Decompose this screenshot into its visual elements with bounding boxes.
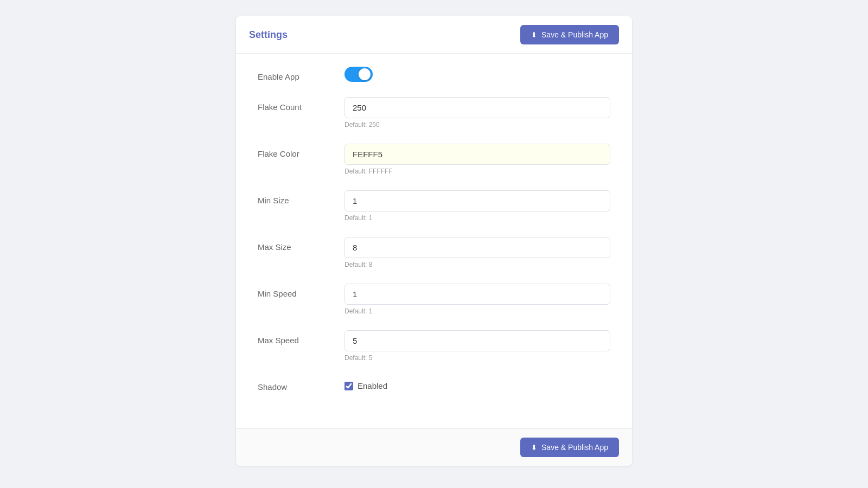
save-publish-button-top[interactable]: Save & Publish App	[520, 25, 619, 44]
flake-color-hint: Default: FFFFFF	[344, 168, 610, 175]
max-size-label: Max Size	[258, 237, 344, 252]
flake-color-row: Flake Color Default: FFFFFF	[258, 144, 610, 175]
save-publish-label-top: Save & Publish App	[541, 30, 608, 39]
shadow-row: Shadow Enabled	[258, 377, 610, 391]
flake-count-label: Flake Count	[258, 97, 344, 112]
shadow-field: Enabled	[344, 377, 610, 390]
min-size-label: Min Size	[258, 190, 344, 205]
flake-count-input[interactable]	[344, 97, 610, 118]
enable-app-toggle[interactable]	[344, 67, 373, 82]
min-size-input[interactable]	[344, 190, 610, 211]
max-speed-field: Default: 5	[344, 330, 610, 362]
min-size-row: Min Size Default: 1	[258, 190, 610, 222]
max-size-hint: Default: 8	[344, 261, 610, 268]
shadow-checkbox[interactable]	[344, 382, 353, 390]
max-size-input[interactable]	[344, 237, 610, 258]
min-speed-input[interactable]	[344, 284, 610, 305]
min-speed-row: Min Speed Default: 1	[258, 284, 610, 315]
min-speed-hint: Default: 1	[344, 307, 610, 315]
min-speed-field: Default: 1	[344, 284, 610, 315]
toggle-slider	[344, 67, 373, 82]
max-size-row: Max Size Default: 8	[258, 237, 610, 268]
min-size-field: Default: 1	[344, 190, 610, 222]
card-footer: Save & Publish App	[236, 428, 632, 466]
flake-count-field: Default: 250	[344, 97, 610, 129]
max-size-field: Default: 8	[344, 237, 610, 268]
card-body: Enable App Flake Count Default: 250	[236, 54, 632, 428]
enable-app-row: Enable App	[258, 67, 610, 82]
download-icon-bottom	[531, 443, 537, 452]
min-speed-label: Min Speed	[258, 284, 344, 298]
page-wrapper: Settings Save & Publish App Enable App	[236, 16, 632, 466]
shadow-checkbox-wrapper: Enabled	[344, 377, 610, 390]
flake-color-label: Flake Color	[258, 144, 344, 158]
max-speed-input[interactable]	[344, 330, 610, 351]
settings-card: Settings Save & Publish App Enable App	[236, 16, 632, 466]
shadow-label: Shadow	[258, 377, 344, 391]
download-icon-top	[531, 30, 537, 39]
enable-app-field	[344, 67, 610, 82]
flake-count-row: Flake Count Default: 250	[258, 97, 610, 129]
page-title: Settings	[249, 29, 288, 41]
shadow-checkbox-label: Enabled	[358, 381, 387, 390]
max-speed-hint: Default: 5	[344, 354, 610, 362]
card-header: Settings Save & Publish App	[236, 16, 632, 54]
save-publish-label-bottom: Save & Publish App	[541, 443, 608, 452]
save-publish-button-bottom[interactable]: Save & Publish App	[520, 438, 619, 457]
max-speed-label: Max Speed	[258, 330, 344, 345]
flake-count-hint: Default: 250	[344, 121, 610, 129]
max-speed-row: Max Speed Default: 5	[258, 330, 610, 362]
flake-color-field: Default: FFFFFF	[344, 144, 610, 175]
flake-color-input[interactable]	[344, 144, 610, 165]
min-size-hint: Default: 1	[344, 214, 610, 222]
enable-app-label: Enable App	[258, 67, 344, 81]
